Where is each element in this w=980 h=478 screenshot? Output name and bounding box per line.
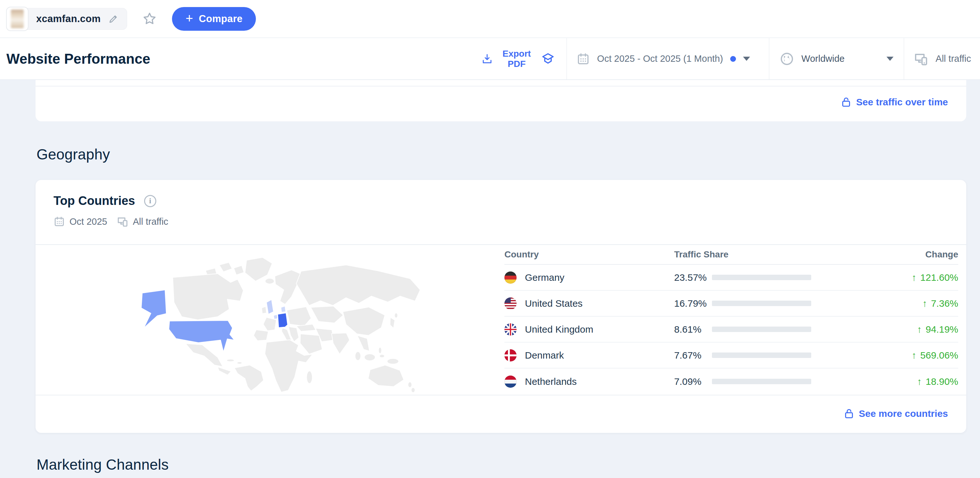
netherlands-flag-icon [504,376,517,388]
geography-heading: Geography [37,146,110,163]
edit-domain-icon[interactable] [108,14,118,24]
change-value: ↑94.19% [875,324,958,335]
lock-icon [844,408,854,419]
date-range-value: Oct 2025 - Oct 2025 (1 Month) [597,54,723,64]
card-divider [35,86,966,86]
world-map[interactable] [121,246,426,393]
column-traffic-share: Traffic Share [674,249,875,260]
denmark-flag-icon [504,349,517,362]
academy-icon[interactable] [540,51,556,67]
website-performance-page: xcamfan.com + Compare Website Performanc… [0,0,980,478]
table-row[interactable]: Germany 23.57% ↑121.60% [504,265,958,291]
traffic-over-time-card: See traffic over time [35,80,966,121]
marketing-channels-heading: Marketing Channels [37,456,169,473]
card-date-value: Oct 2025 [70,216,107,227]
region-selector[interactable]: Worldwide [769,38,904,79]
united-states-flag-icon [504,297,517,310]
domain-name: xcamfan.com [36,13,100,25]
site-favicon [6,7,29,31]
see-traffic-over-time-link[interactable]: See traffic over time [841,97,948,108]
change-value: ↑569.06% [875,350,958,361]
share-value: 7.67% [674,350,712,361]
up-arrow-icon: ↑ [922,298,927,309]
up-arrow-icon: ↑ [917,324,922,335]
share-bar [712,275,811,280]
share-bar [712,353,811,358]
map-germany-highlight [278,313,288,328]
united-kingdom-flag-icon [504,323,517,335]
up-arrow-icon: ↑ [912,272,916,283]
chevron-down-icon [743,57,750,61]
lock-icon [841,97,851,108]
table-row[interactable]: Denmark 7.67% ↑569.06% [504,343,958,368]
column-country: Country [504,249,674,260]
country-name: United States [525,298,582,309]
compare-button[interactable]: + Compare [172,7,256,31]
map-netherlands-highlight [274,314,278,319]
share-bar [712,327,811,332]
map-alaska-highlight [141,290,166,328]
top-countries-table: Country Traffic Share Change Germany 23.… [504,245,958,394]
up-arrow-icon: ↑ [917,376,922,387]
export-pdf-button[interactable]: ExportPDF [471,38,566,79]
germany-flag-icon [504,272,517,284]
date-range-selector[interactable]: Oct 2025 - Oct 2025 (1 Month) [566,38,769,79]
page-title: Website Performance [6,51,150,67]
info-icon[interactable]: i [144,195,156,207]
top-countries-body: Country Traffic Share Change Germany 23.… [35,245,966,394]
table-row[interactable]: Netherlands 7.09% ↑18.90% [504,368,958,394]
header-controls: ExportPDF Oct 2025 - Oct 2025 (1 Month) [471,38,980,79]
card-filters-row: Oct 2025 All traffic [54,216,966,228]
site-favicon-image [11,10,24,28]
traffic-type-value: All traffic [935,54,971,64]
top-countries-title: Top Countries [54,194,135,208]
plus-icon: + [185,12,193,25]
calendar-icon [54,216,65,227]
map-uk-highlight [266,300,274,314]
share-value: 23.57% [674,272,712,283]
devices-icon [116,216,129,228]
share-bar [712,301,811,306]
page-header: Website Performance ExportPDF [0,38,980,80]
card-traffic-value: All traffic [133,216,169,227]
change-value: ↑121.60% [875,272,958,283]
date-indicator-dot [730,56,736,62]
chevron-down-icon [886,57,894,61]
share-value: 8.61% [674,324,712,335]
region-value: Worldwide [801,54,845,64]
change-value: ↑7.36% [875,298,958,309]
change-value: ↑18.90% [875,376,958,387]
country-name: Germany [525,272,564,283]
top-countries-card: Top Countries i Oct 2025 [35,180,966,433]
country-name: Netherlands [525,376,577,387]
country-name: United Kingdom [525,324,593,335]
up-arrow-icon: ↑ [912,350,916,360]
calendar-icon [576,52,590,66]
table-row[interactable]: United Kingdom 8.61% ↑94.19% [504,317,958,343]
top-countries-footer: See more countries [35,395,966,433]
share-value: 16.79% [674,298,712,309]
column-change: Change [875,249,958,260]
traffic-type-selector[interactable]: All traffic [904,38,980,79]
map-denmark-highlight [281,306,286,312]
domain-selector[interactable]: xcamfan.com [6,8,127,30]
table-row[interactable]: United States 16.79% ↑7.36% [504,291,958,317]
share-bar [712,379,811,384]
download-icon [481,53,493,65]
export-pdf-label: ExportPDF [499,49,535,69]
favorite-star-icon[interactable] [142,11,157,27]
devices-icon [913,51,928,67]
table-header: Country Traffic Share Change [504,245,958,265]
share-value: 7.09% [674,376,712,387]
globe-icon [780,52,794,66]
country-name: Denmark [525,350,564,361]
top-bar: xcamfan.com + Compare [0,0,980,38]
top-countries-header: Top Countries i Oct 2025 [35,180,966,245]
see-more-countries-link[interactable]: See more countries [844,408,948,419]
